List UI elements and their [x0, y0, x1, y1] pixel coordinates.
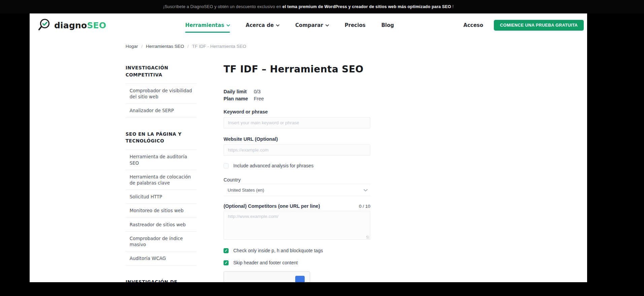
main-content: TF IDF – Herramienta SEO Daily limit 0/3…	[224, 64, 370, 282]
plan-name-label: Plan name	[224, 95, 254, 102]
logo-text: diagnoSEO	[54, 21, 106, 30]
competitors-textarea-wrap	[224, 211, 370, 240]
promo-text-suffix: !	[451, 4, 453, 9]
skip-header-label: Skip header and footer content	[233, 260, 298, 265]
sidebar-section-keyword-research: INVESTIGACIÓN DE PALABRAS CLAVE	[126, 278, 197, 282]
breadcrumb-home[interactable]: Hogar	[126, 44, 138, 49]
keyword-input[interactable]	[224, 117, 370, 128]
competitors-label-row: (Optional) Competitors (one URL per line…	[224, 203, 370, 209]
recaptcha-widget[interactable]	[224, 271, 310, 282]
plan-name-row: Plan name Free	[224, 95, 370, 102]
nav-item-label: Comparar	[295, 22, 323, 28]
competitors-label: (Optional) Competitors (one URL per line…	[224, 203, 320, 209]
keyword-label: Keyword or phrase	[224, 109, 370, 114]
free-trial-button[interactable]: COMIENCE UNA PRUEBA GRATUITA	[494, 20, 584, 31]
nav-item-blog[interactable]: Blog	[381, 22, 394, 28]
promo-text-strong: el tema premium de WordPress y creador d…	[282, 4, 451, 9]
sidebar-item-keyword-placement[interactable]: Herramienta de colocación de palabras cl…	[126, 170, 197, 190]
page-title: TF IDF – Herramienta SEO	[224, 64, 370, 75]
competitors-counter: 0 / 10	[359, 204, 370, 209]
sidebar-item-website-crawler[interactable]: Rastreador de sitios web	[126, 218, 197, 231]
country-field-block: Country United States (en)	[224, 177, 370, 196]
sidebar-list: Herramienta de auditoría SEO Herramienta…	[126, 150, 197, 265]
nav-item-label: Blog	[381, 22, 394, 28]
sidebar-section-title: SEO EN LA PÁGINA Y TECNOLÓGICO	[126, 131, 197, 145]
check-icon: ✓	[225, 261, 228, 265]
nav-item-label: Herramientas	[185, 22, 224, 28]
country-select-value: United States (en)	[228, 188, 264, 193]
check-tags-label: Check only inside p, h and blockquote ta…	[233, 248, 323, 253]
sidebar-item-wcag-audit[interactable]: Auditoría WCAG	[126, 251, 197, 265]
sidebar-item-serp-analyzer[interactable]: Analizador de SERP	[126, 103, 197, 117]
country-select[interactable]: United States (en)	[224, 184, 370, 196]
page: diagnoSEO Herramientas Acerca de Compara…	[30, 13, 587, 282]
chevron-down-icon	[276, 24, 279, 27]
advanced-analysis-checkbox-row[interactable]: ✓ Include advanced analysis for phrases	[224, 163, 370, 168]
logo[interactable]: diagnoSEO	[38, 18, 106, 33]
breadcrumb-current: TF IDF - Herramienta SEO	[192, 44, 246, 49]
magnifier-check-icon	[38, 18, 51, 33]
nav-item-label: Acerca de	[246, 22, 274, 28]
chevron-down-icon	[364, 189, 367, 191]
promo-banner-text: ¡Suscríbete a DiagnoSEO y obtén un descu…	[30, 4, 587, 9]
plan-info: Daily limit 0/3 Plan name Free	[224, 88, 370, 102]
skip-header-checkbox[interactable]: ✓	[224, 260, 229, 265]
sidebar-item-website-monitoring[interactable]: Monitoreo de sitios web	[126, 203, 197, 217]
check-tags-checkbox-row[interactable]: ✓ Check only inside p, h and blockquote …	[224, 248, 370, 253]
logo-text-prefix: diagno	[54, 21, 87, 30]
sidebar-item-http-request[interactable]: Solicitud HTTP	[126, 190, 197, 203]
advanced-analysis-checkbox[interactable]: ✓	[224, 163, 229, 168]
website-field-block: Website URL (Optional)	[224, 136, 370, 156]
promo-text-muted: ¡Suscríbete a DiagnoSEO y obtén un descu…	[163, 4, 282, 9]
chevron-down-icon	[227, 24, 230, 27]
breadcrumb-seo-tools[interactable]: Herramientas SEO	[146, 44, 184, 49]
site-header: diagnoSEO Herramientas Acerca de Compara…	[30, 13, 587, 35]
daily-limit-row: Daily limit 0/3	[224, 88, 370, 95]
promo-banner: ¡Suscríbete a DiagnoSEO y obtén un descu…	[0, 0, 644, 13]
nav-item-acerca-de[interactable]: Acerca de	[246, 22, 279, 28]
sidebar-item-seo-audit[interactable]: Herramienta de auditoría SEO	[126, 150, 197, 169]
nav-item-precios[interactable]: Precios	[345, 22, 366, 28]
advanced-analysis-label: Include advanced analysis for phrases	[233, 163, 313, 168]
layout-row: INVESTIGACIÓN COMPETITIVA Comprobador de…	[126, 64, 587, 282]
competitors-textarea[interactable]	[224, 211, 370, 240]
country-label: Country	[224, 177, 370, 183]
keyword-field-block: Keyword or phrase	[224, 109, 370, 128]
login-link[interactable]: Acceso	[464, 22, 483, 28]
breadcrumb-separator: /	[141, 44, 143, 49]
breadcrumb: Hogar / Herramientas SEO / TF IDF - Herr…	[126, 44, 587, 49]
nav-item-herramientas[interactable]: Herramientas	[185, 22, 230, 28]
check-icon: ✓	[225, 249, 228, 253]
nav-item-label: Precios	[345, 22, 366, 28]
header-right: Acceso COMIENCE UNA PRUEBA GRATUITA	[464, 20, 584, 31]
daily-limit-label: Daily limit	[224, 88, 254, 95]
sidebar-section-title: INVESTIGACIÓN DE PALABRAS CLAVE	[126, 278, 197, 282]
chevron-down-icon	[326, 24, 329, 27]
sidebar-section-title: INVESTIGACIÓN COMPETITIVA	[126, 64, 197, 78]
resize-grip[interactable]	[366, 236, 369, 239]
nav-item-comparar[interactable]: Comparar	[295, 22, 329, 28]
competitors-field-block: (Optional) Competitors (one URL per line…	[224, 203, 370, 240]
website-url-input[interactable]	[224, 144, 370, 156]
check-tags-checkbox[interactable]: ✓	[224, 248, 229, 253]
logo-text-suffix: SEO	[87, 21, 106, 30]
sidebar-section-onpage-technical-seo: SEO EN LA PÁGINA Y TECNOLÓGICO Herramien…	[126, 131, 197, 266]
skip-header-checkbox-row[interactable]: ✓ Skip header and footer content	[224, 260, 370, 265]
sidebar-section-competitive-research: INVESTIGACIÓN COMPETITIVA Comprobador de…	[126, 64, 197, 118]
daily-limit-value: 0/3	[254, 88, 261, 95]
plan-name-value: Free	[254, 95, 264, 102]
sidebar-item-visibility-checker[interactable]: Comprobador de visibilidad del sitio web	[126, 84, 197, 103]
website-url-label: Website URL (Optional)	[224, 136, 370, 142]
breadcrumb-separator: /	[188, 44, 189, 49]
sidebar: INVESTIGACIÓN COMPETITIVA Comprobador de…	[126, 64, 197, 282]
main-nav: Herramientas Acerca de Comparar Precios …	[185, 22, 394, 28]
recaptcha-logo-icon	[295, 276, 305, 282]
sidebar-list: Comprobador de visibilidad del sitio web…	[126, 84, 197, 118]
sidebar-item-bulk-index-checker[interactable]: Comprobador de índice masivo	[126, 231, 197, 251]
